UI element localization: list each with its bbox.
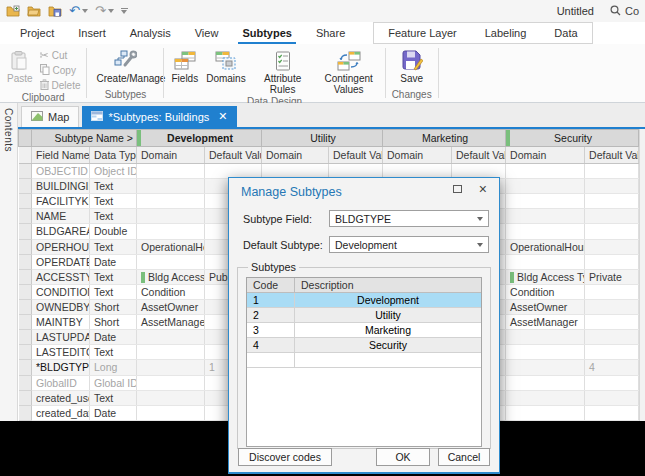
cell-data-type[interactable]: Text [90,345,137,360]
cut-button[interactable]: ✂Cut [37,48,84,62]
cell-value[interactable]: AssetOwner [137,299,205,314]
cell-value[interactable] [506,330,585,345]
cell-field-name[interactable]: GlobalID [32,375,90,390]
cell-data-type[interactable]: Text [90,390,137,405]
cell-value[interactable] [585,179,639,194]
command-search[interactable]: Co [610,5,639,18]
cell-value[interactable]: OperationalHours [137,239,205,254]
cell-value[interactable]: AssetOwner [506,299,585,314]
cell-value[interactable] [137,360,205,375]
cell-value[interactable]: Condition [137,284,205,299]
column-header-domain[interactable]: Domain [383,147,452,164]
create-manage-button[interactable]: Create/Manage [90,47,160,86]
ribbon-tab-view[interactable]: View [183,22,231,44]
cell-value[interactable] [137,179,205,194]
cell-value[interactable] [506,179,585,194]
row-selector[interactable] [19,224,32,239]
row-selector[interactable] [19,360,32,375]
cell-value[interactable]: Condition [506,284,585,299]
column-header-domain[interactable]: Domain [506,147,585,164]
subtype-code-row[interactable]: 1Development [247,293,481,308]
cell-data-type[interactable]: Double [90,224,137,239]
cell-field-name[interactable]: OWNEDBY [32,299,90,314]
cell-field-name[interactable]: OPERDATE [32,254,90,269]
cell-value[interactable] [585,194,639,209]
column-header-domain[interactable]: Domain [137,147,205,164]
open-project-icon[interactable] [27,5,41,17]
document-tab-map[interactable]: Map [21,106,79,127]
row-selector[interactable] [19,345,32,360]
row-selector[interactable] [19,405,32,420]
cell-value[interactable] [585,390,639,405]
column-header-default-value[interactable]: Default Value [205,147,262,164]
cell-data-type[interactable]: Date [90,254,137,269]
subtype-description-cell[interactable]: Development [295,293,481,307]
row-selector[interactable] [19,330,32,345]
ribbon-tab-subtypes[interactable]: Subtypes [230,22,304,44]
contextual-tab-data[interactable]: Data [540,23,591,43]
cell-data-type[interactable]: Short [90,315,137,330]
cell-value[interactable] [585,299,639,314]
cell-value[interactable] [506,360,585,375]
redo-dropdown-icon[interactable] [108,9,114,13]
cell-field-name[interactable]: BLDGAREA [32,224,90,239]
ribbon-tab-analysis[interactable]: Analysis [118,22,183,44]
row-selector[interactable] [19,254,32,269]
cell-field-name[interactable]: OBJECTID [32,164,90,179]
cell-value[interactable] [506,194,585,209]
ribbon-tab-project[interactable]: Project [8,22,66,44]
row-selector[interactable] [19,299,32,314]
column-header-domain[interactable]: Domain [262,147,329,164]
cell-value[interactable]: Private [585,269,639,284]
default-subtype-dropdown[interactable]: Development [329,236,489,253]
cell-data-type[interactable]: Text [90,284,137,299]
vertical-scrollbar[interactable] [639,129,645,421]
cell-data-type[interactable]: Text [90,194,137,209]
cell-value[interactable] [137,330,205,345]
delete-button[interactable]: Delete [37,78,84,92]
cell-value[interactable]: Bldg Access Type [137,269,205,284]
column-header-default-value[interactable]: Default Value [329,147,383,164]
cell-field-name[interactable]: LASTUPDATE [32,330,90,345]
cell-value[interactable] [137,209,205,224]
cell-value[interactable] [506,375,585,390]
cell-data-type[interactable]: Text [90,179,137,194]
cell-value[interactable] [137,375,205,390]
row-selector[interactable] [19,179,32,194]
cell-field-name[interactable]: *BLDGTYPE [32,360,90,375]
paste-button[interactable]: Paste [3,47,37,86]
cell-value[interactable] [506,254,585,269]
cell-value[interactable] [506,390,585,405]
contingent-values-button[interactable]: Contingent Values [316,47,382,96]
contextual-tab-feature-layer[interactable]: Feature Layer [374,23,470,43]
subtype-code-row[interactable] [247,353,481,368]
contents-pane-collapsed[interactable]: Contents [0,103,18,421]
cell-data-type[interactable]: Date [90,405,137,420]
column-header-data-type[interactable]: Data Type [90,147,137,164]
subtype-code-row[interactable]: 4Security [247,338,481,353]
subtype-code-row[interactable]: 3Marketing [247,323,481,338]
cell-value[interactable] [585,315,639,330]
undo-dropdown-icon[interactable] [82,9,88,13]
cell-value[interactable] [506,164,585,179]
subtype-description-cell[interactable] [295,353,481,367]
cell-value[interactable] [585,375,639,390]
cell-value[interactable] [506,209,585,224]
cell-value[interactable] [137,345,205,360]
cell-value[interactable] [137,164,205,179]
cell-value[interactable] [506,224,585,239]
cell-field-name[interactable]: MAINTBY [32,315,90,330]
cell-field-name[interactable]: LASTEDITOR [32,345,90,360]
subtype-description-cell[interactable]: Marketing [295,323,481,337]
fields-button[interactable]: Fields [167,47,202,86]
row-selector[interactable] [19,315,32,330]
cell-data-type[interactable]: Global ID [90,375,137,390]
cell-value[interactable]: AssetManager [137,315,205,330]
cell-value[interactable] [585,345,639,360]
cell-data-type[interactable]: Object ID [90,164,137,179]
cancel-button[interactable]: Cancel [438,448,490,466]
cell-field-name[interactable]: OPERHOURS [32,239,90,254]
cell-field-name[interactable]: CONDITION [32,284,90,299]
group-header-subtype-name[interactable]: Subtype Name > [32,130,137,147]
document-tab-subtypes[interactable]: *Subtypes: Buildings✕ [82,106,236,127]
